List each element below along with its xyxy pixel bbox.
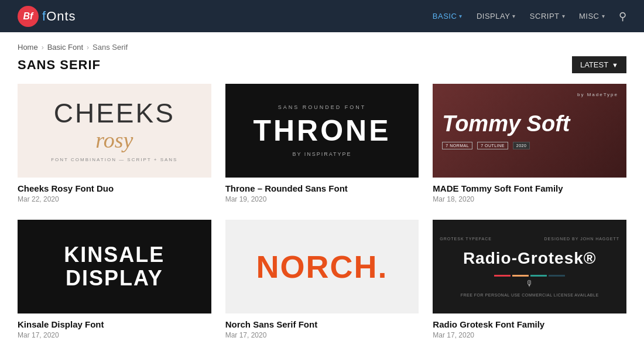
radio-color-bar <box>440 275 619 277</box>
cheeks-sub: FONT COMBINATION — SCRIPT + SANS <box>51 158 177 163</box>
card-image-cheeks: CHEEKS rosy FONT COMBINATION — SCRIPT + … <box>18 84 211 178</box>
breadcrumb: Home › Basic Font › Sans Serif <box>0 32 644 56</box>
breadcrumb-home[interactable]: Home <box>18 43 38 52</box>
nav-misc[interactable]: MISC ▾ <box>579 12 605 21</box>
radio-top-labels: GROTESK TYPEFACE DESIGNED BY JOHN HAGGET… <box>440 237 619 241</box>
logo[interactable]: Bf fOnts <box>18 6 76 27</box>
radio-bar-orange <box>512 275 529 277</box>
search-icon[interactable]: ⚲ <box>619 10 626 23</box>
font-card-norch[interactable]: NORCH. Norch Sans Serif Font Mar 17, 202… <box>225 220 419 339</box>
card-title-norch: Norch Sans Serif Font <box>225 319 419 329</box>
radio-bar-dark <box>549 275 565 277</box>
page-title: SANS SERIF <box>18 57 101 73</box>
nav-script[interactable]: SCRIPT ▾ <box>530 12 565 21</box>
throne-main-word: THRONE <box>253 114 390 148</box>
tommy-main-word: Tommy Soft <box>442 112 570 137</box>
logo-text: fOnts <box>42 9 76 24</box>
card-title-cheeks: Cheeks Rosy Font Duo <box>18 183 211 193</box>
chevron-down-icon: ▾ <box>602 13 605 19</box>
card-image-tommy: by MadeType Tommy Soft 7 NORMAL 7 OUTLIN… <box>433 84 626 178</box>
nav-display[interactable]: DISPLAY ▾ <box>477 12 516 21</box>
throne-label: SANS ROUNDED FONT <box>253 104 390 110</box>
main-nav: BASIC ▾ DISPLAY ▾ SCRIPT ▾ MISC ▾ ⚲ <box>433 10 626 23</box>
breadcrumb-basic[interactable]: Basic Font <box>47 43 83 52</box>
card-title-kinsale: Kinsale Display Font <box>18 319 211 329</box>
card-date-kinsale: Mar 17, 2020 <box>18 331 211 339</box>
chevron-down-icon: ▾ <box>459 13 463 19</box>
microphone-icon: 🎙 <box>440 279 619 288</box>
throne-by: BY INSPIRATYPE <box>253 151 390 157</box>
radio-bar-red <box>494 275 511 277</box>
card-title-tommy: MADE Tommy Soft Font Family <box>433 183 626 193</box>
kinsale-line2: DISPLAY <box>64 267 165 290</box>
tommy-badges: 7 NORMAL 7 OUTLINE 2020 <box>442 142 530 149</box>
page-header: SANS SERIF LATEST ▼ <box>0 56 644 84</box>
card-date-tommy: Mar 18, 2020 <box>433 195 626 203</box>
breadcrumb-sep: › <box>42 43 44 52</box>
chevron-down-icon: ▾ <box>512 13 516 19</box>
cheeks-display-top: CHEEKS <box>51 98 177 128</box>
card-title-throne: Throne – Rounded Sans Font <box>225 183 419 193</box>
radio-top-right: DESIGNED BY JOHN HAGGETT <box>544 237 619 241</box>
sort-chevron-icon: ▼ <box>612 62 618 69</box>
card-image-norch: NORCH. <box>225 220 419 313</box>
card-date-radio: Mar 17, 2020 <box>433 331 626 339</box>
font-card-tommy[interactable]: by MadeType Tommy Soft 7 NORMAL 7 OUTLIN… <box>433 84 626 203</box>
nav-basic[interactable]: BASIC ▾ <box>433 12 463 21</box>
card-date-cheeks: Mar 22, 2020 <box>18 195 211 203</box>
tommy-badge-year: 2020 <box>513 142 530 149</box>
radio-top-left: GROTESK TYPEFACE <box>440 237 492 241</box>
sort-button[interactable]: LATEST ▼ <box>572 56 626 73</box>
font-card-throne[interactable]: SANS ROUNDED FONT THRONE BY INSPIRATYPE … <box>225 84 419 203</box>
font-card-radio[interactable]: GROTESK TYPEFACE DESIGNED BY JOHN HAGGET… <box>433 220 626 339</box>
card-date-throne: Mar 19, 2020 <box>225 195 419 203</box>
card-title-radio: Radio Grotesk Font Family <box>433 319 626 329</box>
card-image-throne: SANS ROUNDED FONT THRONE BY INSPIRATYPE <box>225 84 419 178</box>
cheeks-display-bottom: rosy <box>51 128 177 153</box>
logo-icon: Bf <box>18 6 39 27</box>
header: Bf fOnts BASIC ▾ DISPLAY ▾ SCRIPT ▾ MISC… <box>0 0 644 32</box>
tommy-badge-normal: 7 NORMAL <box>442 142 472 149</box>
card-image-kinsale: KINSALE DISPLAY <box>18 220 211 313</box>
font-card-cheeks[interactable]: CHEEKS rosy FONT COMBINATION — SCRIPT + … <box>18 84 211 203</box>
radio-bar-teal <box>530 275 547 277</box>
tommy-badge-outline: 7 OUTLINE <box>477 142 508 149</box>
kinsale-line1: KINSALE <box>64 243 165 267</box>
tommy-by: by MadeType <box>577 92 618 97</box>
radio-bottom-text: FREE FOR PERSONAL USE COMMERCIAL LICENSE… <box>440 293 619 297</box>
breadcrumb-current: Sans Serif <box>93 43 128 52</box>
card-date-norch: Mar 17, 2020 <box>225 331 419 339</box>
chevron-down-icon: ▾ <box>562 13 566 19</box>
font-grid: CHEEKS rosy FONT COMBINATION — SCRIPT + … <box>0 84 644 351</box>
card-image-radio: GROTESK TYPEFACE DESIGNED BY JOHN HAGGET… <box>433 220 626 313</box>
font-card-kinsale[interactable]: KINSALE DISPLAY Kinsale Display Font Mar… <box>18 220 211 339</box>
radio-main-word: Radio-Grotesk® <box>440 249 619 268</box>
norch-main-word: NORCH. <box>256 249 388 284</box>
breadcrumb-sep: › <box>87 43 89 52</box>
